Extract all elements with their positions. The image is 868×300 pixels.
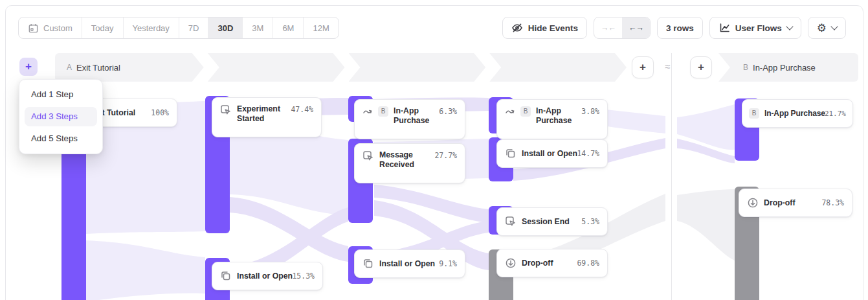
chevron-down-icon	[786, 23, 793, 30]
event-icon	[362, 150, 374, 162]
letter-b-badge: B	[520, 106, 531, 117]
flow-ribbon	[86, 240, 205, 300]
node-card-install-or-open[interactable]: Install or Open 15.3%	[212, 262, 323, 290]
date-range-control: Custom Today Yesterday 7D 30D 3M 6M 12M	[18, 17, 339, 39]
node-card-experiment-started[interactable]: Experiment Started 47.4%	[212, 97, 322, 137]
append-step-a-button[interactable]: +	[632, 56, 654, 78]
jump-arrow-icon	[505, 106, 515, 117]
chevron-down-icon	[830, 23, 838, 30]
flow-ribbon-dropoff	[677, 189, 735, 260]
eye-off-icon	[511, 22, 523, 34]
node-card-message-received[interactable]: Message Received 27.7%	[354, 143, 465, 183]
approx-divider-symbol: ≈	[664, 60, 671, 73]
date-range-12m[interactable]: 12M	[303, 17, 338, 38]
view-selector-button[interactable]: User Flows	[709, 17, 801, 39]
date-range-6m[interactable]: 6M	[273, 17, 303, 38]
settings-button[interactable]: ⚙	[808, 17, 846, 39]
event-icon	[220, 104, 232, 116]
menu-item-add-5-steps[interactable]: Add 5 Steps	[25, 129, 97, 148]
hide-events-button[interactable]: Hide Events	[502, 17, 587, 39]
arrows-expand-icon[interactable]: ←→	[622, 17, 650, 38]
view-selector-label: User Flows	[735, 23, 782, 33]
node-card-in-app-purchase-b[interactable]: B In-App Purchase 21.7%	[742, 99, 853, 128]
rows-button[interactable]: 3 rows	[657, 17, 703, 39]
jump-arrow-icon	[362, 106, 373, 117]
letter-b-badge: B	[378, 106, 388, 117]
user-flows-app: Custom Today Yesterday 7D 30D 3M 6M 12M …	[0, 0, 868, 300]
date-range-custom[interactable]: Custom	[19, 17, 82, 38]
menu-item-add-3-steps[interactable]: Add 3 Steps	[25, 107, 97, 126]
node-card-in-app-purchase[interactable]: B In-App Purchase 6.3%	[354, 99, 465, 139]
add-step-button[interactable]: +	[19, 58, 38, 76]
flow-a-step-segment[interactable]	[349, 53, 486, 82]
date-range-3m[interactable]: 3M	[242, 17, 273, 38]
flow-b-letter: B	[743, 63, 748, 72]
flow-b-header-band[interactable]: B In-App Purchase	[718, 53, 858, 82]
flow-a-step-segment[interactable]	[489, 53, 627, 82]
section-divider	[671, 53, 672, 300]
node-card-install-or-open[interactable]: Install or Open 14.7%	[496, 139, 608, 168]
node-card-dropoff[interactable]: Drop-off 69.8%	[496, 249, 608, 277]
spacing-control: →← ←→	[594, 17, 651, 39]
date-range-label: Custom	[43, 23, 72, 33]
flow-a-label: Exit Tutorial	[76, 63, 120, 73]
toolbar: Custom Today Yesterday 7D 30D 3M 6M 12M …	[18, 17, 846, 39]
flow-b-label: In-App Purchase	[753, 63, 816, 73]
flow-a-step-segment[interactable]	[208, 53, 345, 82]
hide-events-label: Hide Events	[528, 23, 578, 33]
add-steps-menu: Add 1 Step Add 3 Steps Add 5 Steps	[19, 79, 103, 154]
dropoff-icon	[747, 197, 759, 209]
event-icon	[505, 216, 517, 227]
screens-icon	[362, 258, 374, 270]
rows-label: 3 rows	[666, 23, 694, 33]
prepend-step-b-button[interactable]: +	[690, 56, 712, 78]
dropoff-icon	[505, 257, 517, 269]
flow-a-header-band[interactable]: A Exit Tutorial	[55, 53, 627, 82]
arrows-collapse-icon[interactable]: →←	[594, 17, 622, 38]
node-card-session-end[interactable]: Session End 5.3%	[496, 207, 608, 236]
date-range-yesterday[interactable]: Yesterday	[123, 17, 179, 38]
flow-a-step-segment[interactable]: A Exit Tutorial	[55, 53, 204, 82]
node-card-dropoff-b[interactable]: Drop-off 78.3%	[739, 189, 852, 217]
node-card-in-app-purchase[interactable]: B In-App Purchase 3.8%	[496, 99, 608, 139]
date-range-7d[interactable]: 7D	[179, 17, 208, 38]
calendar-icon	[28, 23, 39, 34]
flow-a-letter: A	[67, 63, 72, 72]
screens-icon	[220, 270, 232, 282]
date-range-today[interactable]: Today	[82, 17, 123, 38]
node-card-install-or-open[interactable]: Install or Open 9.1%	[354, 249, 465, 278]
date-range-30d[interactable]: 30D	[208, 17, 242, 38]
letter-b-badge: B	[749, 108, 759, 119]
gear-icon: ⚙	[817, 23, 827, 34]
screens-icon	[505, 148, 517, 159]
menu-item-add-1-step[interactable]: Add 1 Step	[25, 85, 97, 104]
line-chart-icon	[718, 22, 730, 34]
